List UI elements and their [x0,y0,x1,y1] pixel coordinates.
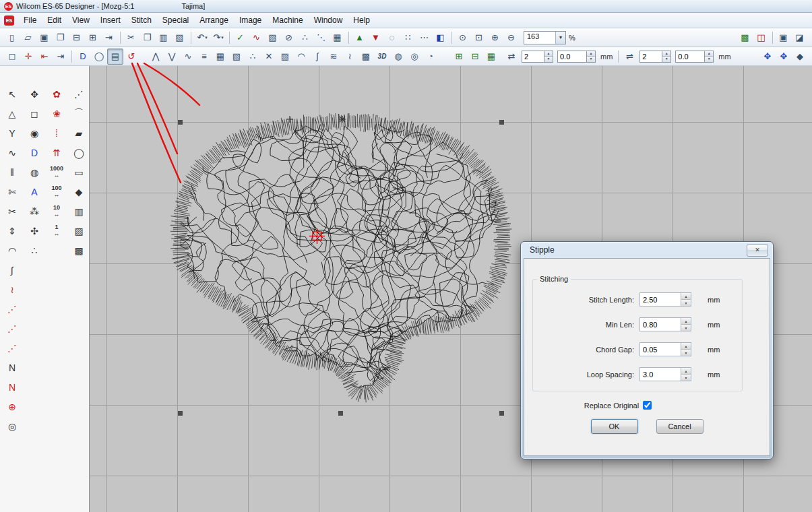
design-overview-icon[interactable]: ▩ [737,30,753,46]
show-needle-points-icon[interactable]: ∷ [400,30,416,46]
slant-lines-tool[interactable]: ⋰ [69,85,89,103]
move-design-icon[interactable]: ✥ [776,49,792,65]
spin-down-icon[interactable]: ▼ [681,324,691,331]
show-outlines-icon[interactable]: ◌ [384,30,400,46]
cross-stitch-icon[interactable]: ✕ [261,49,277,65]
end-point-tool[interactable]: ◎ [3,417,22,435]
menu-insert[interactable]: Insert [95,14,126,26]
zoom-level-combo[interactable]: 163 ▾ [524,31,566,44]
spin-up-icon[interactable]: ▲ [681,343,691,349]
show-artistic-icon[interactable]: ▲ [352,30,368,46]
count-field-b[interactable] [639,51,662,63]
zigzag-tool[interactable]: ∿ [3,143,22,162]
menu-stitch[interactable]: Stitch [126,14,157,26]
shape-anchor-tool[interactable]: ◻ [25,104,44,123]
spin-up-icon[interactable]: ▲ [544,51,553,57]
print-icon[interactable]: ⊟ [69,30,85,46]
tatami-fill-icon[interactable]: ▦ [212,49,228,65]
pattern-a-tool[interactable]: ▨ [69,222,89,240]
density-100-tool[interactable]: 100 ↔ [47,183,67,201]
bean-stitch-tool[interactable]: ≀ [3,280,22,298]
save-all-icon[interactable]: ❐ [53,30,69,46]
zoom-out-icon[interactable]: ⊖ [503,30,520,46]
grid-show-icon[interactable]: ⊟ [467,49,483,65]
menu-window[interactable]: Window [309,14,348,26]
pattern-fill-icon[interactable]: ▧ [228,49,245,65]
menu-edit[interactable]: Edit [42,14,67,26]
spin-up-icon[interactable]: ▲ [681,293,691,299]
open-design-icon[interactable]: ▱ [20,30,36,46]
density-1000-tool[interactable]: 1000 ↔ [47,163,67,181]
start-needle-icon[interactable]: ⇤ [36,49,53,65]
loop-spacing-input[interactable] [639,367,681,381]
spacing-icon[interactable]: ⇄ [503,49,520,65]
polygon-select-tool[interactable]: △ [3,104,22,123]
warp-effect-icon[interactable]: ◍ [390,49,406,65]
save-design-icon[interactable]: ▣ [36,30,53,46]
letter-d-icon[interactable]: D [75,49,91,65]
spin-down-icon[interactable]: ▼ [705,56,713,62]
lettering-tool[interactable]: A [25,183,44,201]
stitch-length-input[interactable] [639,292,681,307]
menu-machine[interactable]: Machine [267,14,308,26]
contour-fill-icon[interactable]: ◠ [293,49,309,65]
hoop-icon[interactable]: ◻ [4,49,20,65]
spin-up-icon[interactable]: ▲ [681,318,691,324]
ellipse-outline-icon[interactable]: ◯ [91,49,107,65]
wave-stitch-icon[interactable]: ∿ [180,49,196,65]
reshape-tool[interactable]: ✥ [25,85,44,103]
shading-effect-icon[interactable]: ◔ [423,49,439,65]
design-check-icon[interactable]: ✓ [232,30,249,46]
pan-tool-icon[interactable]: ✥ [759,49,776,65]
menu-help[interactable]: Help [348,14,375,26]
paste-icon[interactable]: ▥ [156,30,172,46]
menu-special[interactable]: Special [157,14,194,26]
s-curve-tool[interactable]: ∫ [3,261,22,279]
tatami-stitch-icon[interactable]: ⊘ [281,30,297,46]
redo-icon[interactable]: ↷▾ [210,30,226,46]
fan-stitch-tool[interactable]: ◠ [3,241,22,259]
measure-tool[interactable]: ⇕ [3,222,22,240]
density-10-tool[interactable]: 10 ↔ [47,202,67,220]
scissors-tool[interactable]: ✂ [3,202,22,220]
spin-up-icon[interactable]: ▲ [662,51,670,57]
export-machine-file-icon[interactable]: ⇥ [101,30,117,46]
3d-effect-icon[interactable]: 3D [374,49,390,65]
thread-colors-icon[interactable]: ◫ [753,30,770,46]
design-library-icon[interactable]: ◪ [792,30,808,46]
spiral-fill-icon[interactable]: ∫ [309,49,325,65]
grid-snap-icon[interactable]: ⊞ [451,49,467,65]
run-stitch-red-tool[interactable]: ⁞ [47,124,67,142]
spin-up-icon[interactable]: ▲ [681,368,691,374]
contour-stitch-icon[interactable]: ⋱ [313,30,330,46]
globe-tool[interactable]: ◍ [25,163,44,181]
digitize-flower-tool[interactable]: ✿ [47,85,67,103]
min-len-input[interactable] [639,317,681,331]
node-edit-tool[interactable]: N [3,378,22,396]
spin-down-icon[interactable]: ▼ [681,374,691,381]
chevron-down-icon[interactable]: ▾ [555,32,565,44]
cancel-button[interactable]: Cancel [656,419,704,434]
ok-button[interactable]: OK [591,419,638,434]
stipple-fill-icon[interactable]: ▤ [107,49,123,65]
wand-tool[interactable]: Y [3,124,22,142]
menu-view[interactable]: View [67,14,95,26]
cut-icon[interactable]: ✂ [123,30,139,46]
length-field-b[interactable] [675,51,704,63]
e-stitch-icon[interactable]: ⋀ [148,49,164,65]
density-1-tool[interactable]: 1 ↔ [47,222,67,240]
spin-down-icon[interactable]: ▼ [587,56,595,62]
spin-down-icon[interactable]: ▼ [681,299,691,306]
fringe-tool[interactable]: ‖ [3,163,22,181]
ellipse-tool[interactable]: ◯ [69,143,89,162]
rect-tool[interactable]: ▭ [69,163,89,181]
replace-original-checkbox[interactable] [643,401,652,410]
copy-icon[interactable]: ❐ [139,30,156,46]
circle-anchor-tool[interactable]: ◉ [25,124,44,142]
dialog-title-bar[interactable]: Stipple ✕ [521,242,773,258]
offset-outline-icon[interactable]: ↺ [123,49,139,65]
wheel-tool[interactable]: ✣ [25,222,44,240]
insert-design-icon[interactable]: ▧ [172,30,188,46]
length-icon[interactable]: ⇌ [621,49,637,65]
color-palette-icon[interactable]: ◧ [433,30,449,46]
